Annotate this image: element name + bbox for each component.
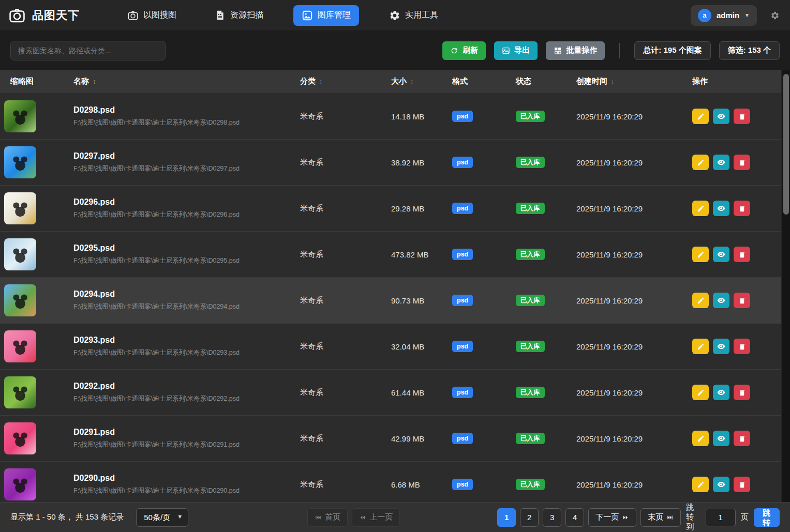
jump-page-input[interactable] bbox=[706, 509, 736, 526]
vertical-scrollbar[interactable] bbox=[781, 70, 790, 502]
file-path: F:\找图\找图\做图\卡通图案\迪士尼系列\米奇系\D0297.psd bbox=[73, 164, 290, 173]
settings-gear-icon[interactable] bbox=[770, 11, 780, 20]
sort-icon: ↕ bbox=[410, 78, 413, 85]
user-menu[interactable]: a admin ▼ bbox=[691, 5, 757, 26]
nav-item-utilities[interactable]: 实用工具 bbox=[381, 5, 446, 26]
edit-button[interactable] bbox=[692, 477, 709, 492]
last-page-button[interactable]: 末页 bbox=[640, 508, 681, 527]
nav-item-search-by-image[interactable]: 以图搜图 bbox=[119, 5, 185, 26]
column-header-category[interactable]: 分类↕ bbox=[290, 77, 381, 86]
page-number-button[interactable]: 4 bbox=[565, 508, 584, 527]
refresh-button[interactable]: 刷新 bbox=[442, 41, 486, 60]
file-size: 14.18 MB bbox=[381, 112, 442, 121]
column-header-name[interactable]: 名称↕ bbox=[63, 77, 290, 86]
edit-button[interactable] bbox=[692, 339, 709, 354]
edit-button[interactable] bbox=[692, 293, 709, 308]
thumbnail-image[interactable] bbox=[4, 284, 36, 316]
delete-button[interactable] bbox=[734, 247, 750, 262]
page-size-select[interactable]: 50条/页 bbox=[136, 508, 188, 527]
format-badge: psd bbox=[452, 479, 473, 491]
thumbnail-image[interactable] bbox=[4, 238, 36, 270]
table-row[interactable]: D0291.psd F:\找图\找图\做图\卡通图案\迪士尼系列\米奇系\D02… bbox=[0, 416, 781, 462]
pager: 首页 上一页 1234 下一页 末页 bbox=[307, 508, 681, 527]
column-header-thumbnail: 缩略图 bbox=[0, 77, 63, 86]
record-summary: 显示第 1 - 50 条， 共 153 条记录 bbox=[10, 512, 124, 522]
prev-page-button[interactable]: 上一页 bbox=[352, 508, 400, 527]
jump-button[interactable]: 跳转 bbox=[754, 508, 780, 527]
table-row[interactable]: D0298.psd F:\找图\找图\做图\卡通图案\迪士尼系列\米奇系\D02… bbox=[0, 94, 781, 140]
thumbnail-image[interactable] bbox=[4, 192, 36, 224]
total-count-badge: 总计: 195 个图案 bbox=[634, 41, 710, 60]
file-path: F:\找图\找图\做图\卡通图案\迪士尼系列\米奇系\D0294.psd bbox=[73, 302, 290, 311]
edit-button[interactable] bbox=[692, 247, 709, 262]
nav-label: 实用工具 bbox=[405, 10, 438, 21]
table-row[interactable]: D0292.psd F:\找图\找图\做图\卡通图案\迪士尼系列\米奇系\D02… bbox=[0, 370, 781, 416]
file-name: D0292.psd bbox=[73, 382, 290, 391]
table-row[interactable]: D0297.psd F:\找图\找图\做图\卡通图案\迪士尼系列\米奇系\D02… bbox=[0, 140, 781, 186]
delete-button[interactable] bbox=[734, 385, 750, 400]
page-number-button[interactable]: 3 bbox=[543, 508, 561, 527]
delete-button[interactable] bbox=[734, 155, 750, 170]
export-button[interactable]: 导出 bbox=[494, 41, 538, 60]
view-button[interactable] bbox=[713, 385, 729, 400]
column-header-format: 格式 bbox=[442, 77, 505, 86]
column-header-actions: 操作 bbox=[682, 77, 781, 86]
table-row[interactable]: D0295.psd F:\找图\找图\做图\卡通图案\迪士尼系列\米奇系\D02… bbox=[0, 232, 781, 278]
edit-button[interactable] bbox=[692, 385, 709, 400]
view-button[interactable] bbox=[713, 201, 729, 216]
table-row[interactable]: D0294.psd F:\找图\找图\做图\卡通图案\迪士尼系列\米奇系\D02… bbox=[0, 278, 781, 324]
status-badge: 已入库 bbox=[516, 295, 545, 307]
mickey-silhouette-icon bbox=[11, 385, 29, 403]
edit-button[interactable] bbox=[692, 109, 709, 124]
file-size: 42.99 MB bbox=[381, 434, 442, 443]
nav-item-library-manage[interactable]: 图库管理 bbox=[293, 5, 359, 26]
edit-button[interactable] bbox=[692, 155, 709, 170]
search-input[interactable] bbox=[10, 41, 166, 60]
table-row[interactable]: D0293.psd F:\找图\找图\做图\卡通图案\迪士尼系列\米奇系\D02… bbox=[0, 324, 781, 370]
delete-button[interactable] bbox=[734, 431, 750, 446]
column-header-created[interactable]: 创建时间↓ bbox=[566, 77, 682, 86]
thumbnail-image[interactable] bbox=[4, 468, 36, 500]
trash-icon bbox=[738, 113, 746, 120]
page-number-button[interactable]: 2 bbox=[520, 508, 539, 527]
eye-icon bbox=[717, 204, 725, 212]
nav-item-resource-scan[interactable]: 资源扫描 bbox=[206, 5, 272, 25]
thumbnail-image[interactable] bbox=[4, 146, 36, 178]
category-label: 米奇系 bbox=[290, 204, 381, 214]
next-page-button[interactable]: 下一页 bbox=[588, 508, 636, 527]
column-header-size[interactable]: 大小↕ bbox=[381, 77, 442, 86]
view-button[interactable] bbox=[713, 293, 729, 308]
view-button[interactable] bbox=[713, 477, 729, 492]
delete-button[interactable] bbox=[734, 109, 750, 124]
category-label: 米奇系 bbox=[290, 342, 381, 352]
edit-button[interactable] bbox=[692, 431, 709, 446]
thumbnail-image[interactable] bbox=[4, 422, 36, 454]
table-row[interactable]: D0290.psd F:\找图\找图\做图\卡通图案\迪士尼系列\米奇系\D02… bbox=[0, 462, 781, 502]
pencil-icon bbox=[697, 435, 705, 443]
table: 缩略图 名称↕ 分类↕ 大小↕ 格式 状态 创建时间↓ 操作 bbox=[0, 70, 790, 502]
status-badge: 已入库 bbox=[516, 433, 545, 445]
first-page-button[interactable]: 首页 bbox=[307, 508, 348, 527]
view-button[interactable] bbox=[713, 109, 729, 124]
delete-button[interactable] bbox=[734, 293, 750, 308]
batch-operations-button[interactable]: 批量操作 bbox=[546, 41, 605, 60]
delete-button[interactable] bbox=[734, 339, 750, 354]
trash-icon bbox=[738, 343, 746, 351]
page-unit-label: 页 bbox=[741, 512, 749, 522]
page-number-list: 1234 bbox=[497, 508, 584, 527]
eye-icon bbox=[717, 112, 725, 120]
scrollbar-thumb[interactable] bbox=[783, 74, 789, 215]
view-button[interactable] bbox=[713, 247, 729, 262]
view-button[interactable] bbox=[713, 339, 729, 354]
view-button[interactable] bbox=[713, 431, 729, 446]
delete-button[interactable] bbox=[734, 477, 750, 492]
page-number-button[interactable]: 1 bbox=[497, 508, 516, 527]
table-row[interactable]: D0296.psd F:\找图\找图\做图\卡通图案\迪士尼系列\米奇系\D02… bbox=[0, 186, 781, 232]
thumbnail-image[interactable] bbox=[4, 376, 36, 408]
edit-button[interactable] bbox=[692, 201, 709, 216]
delete-button[interactable] bbox=[734, 201, 750, 216]
thumbnail-image[interactable] bbox=[4, 330, 36, 362]
thumbnail-image[interactable] bbox=[4, 100, 36, 132]
category-label: 米奇系 bbox=[290, 480, 381, 490]
view-button[interactable] bbox=[713, 155, 729, 170]
